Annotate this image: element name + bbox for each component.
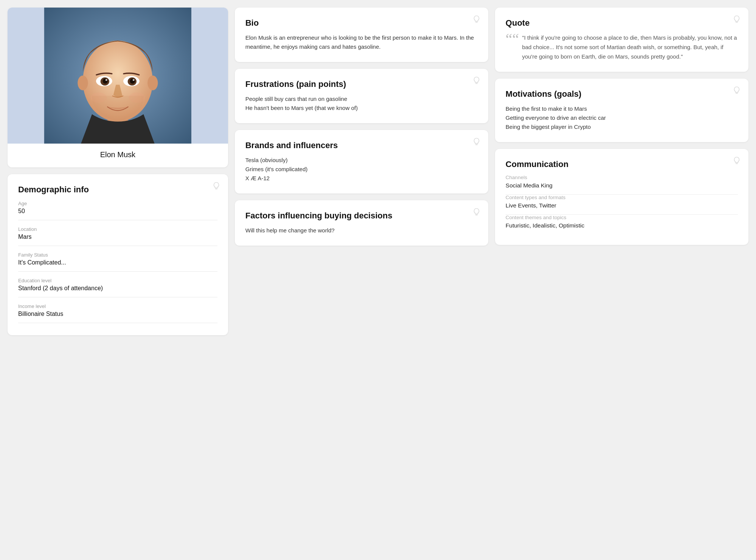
profile-card: Elon Musk	[8, 8, 228, 167]
motivations-card: Motivations (goals) Being the first to m…	[495, 79, 748, 142]
bio-card: Bio Elon Musk is an entrepreneur who is …	[235, 8, 488, 62]
age-value: 50	[18, 208, 217, 220]
quote-bulb-icon	[733, 15, 741, 23]
factors-bulb-icon	[472, 208, 481, 216]
svg-point-11	[106, 79, 107, 81]
quote-mark: ““	[506, 33, 519, 45]
education-value: Stanford (2 days of attendance)	[18, 285, 217, 297]
comm-channels-section: Channels Social Media King	[506, 175, 738, 195]
quote-content: ““ "I think if you're going to choose a …	[506, 33, 738, 61]
quote-text: "I think if you're going to choose a pla…	[522, 33, 738, 61]
content-themes-value: Futuristic, Idealistic, Optimistic	[506, 222, 738, 234]
left-column: Elon Musk Demographic info Age 50 Locati…	[8, 8, 228, 335]
age-label: Age	[18, 201, 217, 206]
field-education: Education level Stanford (2 days of atte…	[18, 278, 217, 297]
brands-card: Brands and influencers Tesla (obviously)…	[235, 130, 488, 193]
main-grid: Elon Musk Demographic info Age 50 Locati…	[8, 8, 748, 335]
comm-themes-section: Content themes and topics Futuristic, Id…	[506, 215, 738, 234]
frustrations-title: Frustrations (pain points)	[245, 79, 478, 89]
content-types-value: Live Events, Twitter	[506, 202, 738, 215]
svg-point-12	[133, 79, 135, 81]
bulb-icon	[212, 182, 220, 190]
profile-name: Elon Musk	[100, 144, 135, 167]
communication-card: Communication Channels Social Media King…	[495, 149, 748, 245]
bio-title: Bio	[245, 18, 478, 28]
content-themes-label: Content themes and topics	[506, 215, 738, 220]
field-income: Income level Billionaire Status	[18, 303, 217, 323]
family-label: Family Status	[18, 252, 217, 258]
profile-image	[8, 8, 228, 144]
frustrations-text: People still buy cars that run on gasoli…	[245, 94, 478, 113]
demographic-fields: Age 50 Location Mars Family Status It's …	[18, 201, 217, 323]
motivations-text: Being the first to make it to Mars Getti…	[506, 104, 738, 131]
quote-title: Quote	[506, 18, 738, 28]
profile-image-wrapper	[8, 8, 228, 144]
right-column: Quote ““ "I think if you're going to cho…	[495, 8, 748, 335]
brands-text: Tesla (obviously) Grimes (it's complicat…	[245, 156, 478, 183]
channels-label: Channels	[506, 175, 738, 180]
income-label: Income level	[18, 303, 217, 309]
income-value: Billionaire Status	[18, 311, 217, 323]
bio-text: Elon Musk is an entrepreneur who is look…	[245, 33, 478, 51]
factors-title: Factors influencing buying decisions	[245, 211, 478, 221]
location-label: Location	[18, 226, 217, 232]
svg-point-9	[102, 79, 108, 84]
field-family-status: Family Status It's Complicated...	[18, 252, 217, 272]
comm-content-types-section: Content types and formats Live Events, T…	[506, 195, 738, 215]
family-value: It's Complicated...	[18, 259, 217, 272]
frustrations-card: Frustrations (pain points) People still …	[235, 69, 488, 123]
quote-card: Quote ““ "I think if you're going to cho…	[495, 8, 748, 72]
content-types-label: Content types and formats	[506, 195, 738, 200]
communication-title: Communication	[506, 159, 738, 169]
demographic-title: Demographic info	[18, 185, 217, 195]
channels-value: Social Media King	[506, 182, 738, 195]
motivations-title: Motivations (goals)	[506, 89, 738, 99]
svg-point-10	[130, 79, 135, 84]
frustrations-bulb-icon	[472, 76, 481, 85]
demographic-card: Demographic info Age 50 Location Mars Fa…	[8, 174, 228, 335]
motivations-bulb-icon	[733, 86, 741, 94]
svg-point-3	[78, 76, 88, 90]
field-location: Location Mars	[18, 226, 217, 246]
education-label: Education level	[18, 278, 217, 283]
factors-text: Will this help me change the world?	[245, 226, 478, 235]
location-value: Mars	[18, 234, 217, 246]
brands-title: Brands and influencers	[245, 141, 478, 150]
svg-point-4	[147, 76, 158, 90]
field-age: Age 50	[18, 201, 217, 220]
middle-column: Bio Elon Musk is an entrepreneur who is …	[235, 8, 488, 335]
factors-card: Factors influencing buying decisions Wil…	[235, 200, 488, 246]
communication-bulb-icon	[733, 156, 741, 165]
bio-bulb-icon	[472, 15, 481, 23]
brands-bulb-icon	[472, 138, 481, 146]
